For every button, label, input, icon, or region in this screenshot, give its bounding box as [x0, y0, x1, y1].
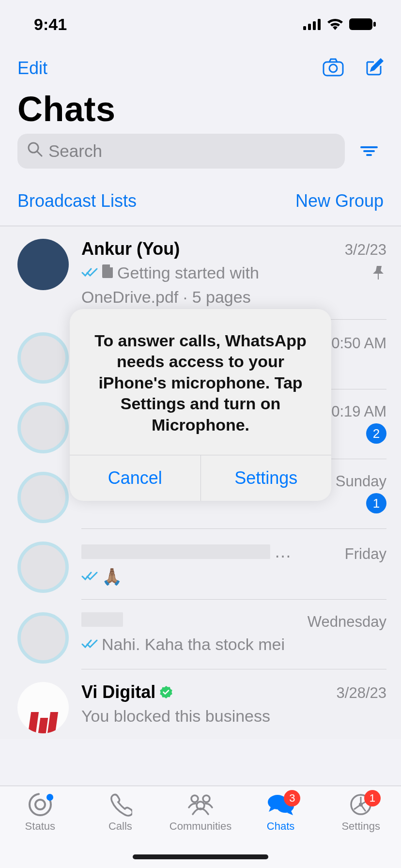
chat-preview: 🙏🏽	[81, 566, 122, 587]
svg-rect-1	[308, 24, 311, 30]
chat-name	[81, 612, 123, 627]
tab-bar: Status Calls Communities 3 Chats 1 Setti…	[0, 786, 401, 868]
chat-time: 3/2/23	[345, 241, 386, 259]
broadcast-lists-link[interactable]: Broadcast Lists	[17, 191, 137, 211]
chat-row[interactable]: Wednesday Nahi. Kaha tha stock mei	[0, 600, 401, 669]
settings-badge: 1	[364, 790, 381, 806]
chat-row[interactable]: Vi Digital 3/28/23 You blocked this busi…	[0, 669, 401, 739]
status-bar: 9:41	[0, 0, 401, 48]
search-icon	[27, 141, 43, 161]
tab-label: Calls	[108, 820, 132, 833]
status-time: 9:41	[34, 15, 67, 34]
compose-button[interactable]	[363, 57, 384, 79]
svg-rect-2	[313, 21, 316, 30]
chat-row[interactable]: … Friday 🙏🏽	[0, 529, 401, 599]
chat-name: Vi Digital	[81, 682, 173, 702]
status-unread-dot	[46, 794, 53, 801]
chat-time: Friday	[345, 545, 386, 563]
unread-badge: 1	[366, 493, 386, 513]
chat-time: 3/28/23	[337, 684, 386, 702]
alert-message: To answer calls, WhatsApp needs access t…	[70, 309, 331, 455]
battery-icon	[349, 18, 377, 31]
svg-point-7	[329, 64, 337, 72]
document-icon	[102, 262, 114, 283]
svg-line-25	[354, 805, 361, 809]
search-placeholder: Search	[48, 141, 102, 161]
chat-name: Ankur (You)	[81, 239, 180, 259]
chat-preview: You blocked this business	[81, 705, 270, 727]
tab-label: Communities	[170, 820, 231, 833]
camera-button[interactable]	[323, 58, 344, 78]
page-title: Chats	[0, 84, 401, 134]
avatar	[17, 682, 69, 733]
home-indicator	[133, 854, 268, 859]
chat-preview: Nahi. Kaha tha stock mei	[81, 634, 285, 655]
tab-settings[interactable]: 1 Settings	[321, 791, 401, 868]
chat-preview-line2: OneDrive.pdf · 5 pages	[81, 286, 386, 308]
phone-icon	[108, 791, 132, 818]
chats-badge: 3	[284, 790, 300, 806]
svg-rect-5	[373, 22, 376, 27]
svg-point-15	[191, 795, 198, 802]
svg-line-24	[361, 805, 366, 811]
pinned-icon	[372, 265, 386, 282]
tab-label: Settings	[341, 820, 380, 833]
nav-bar: Edit	[0, 48, 401, 84]
permission-alert: To answer calls, WhatsApp needs access t…	[70, 309, 331, 501]
tab-status[interactable]: Status	[0, 791, 80, 868]
read-receipt-icon	[81, 267, 99, 279]
chat-preview: Getting started with	[81, 262, 259, 283]
verified-icon	[159, 685, 173, 699]
chat-time: Sunday	[336, 473, 386, 490]
alert-cancel-button[interactable]: Cancel	[70, 455, 200, 501]
avatar	[17, 612, 69, 664]
chat-time: Wednesday	[308, 613, 386, 631]
svg-point-16	[203, 795, 210, 802]
chat-time: 10:50 AM	[323, 335, 386, 352]
search-input[interactable]: Search	[17, 134, 345, 169]
status-indicators	[303, 18, 377, 31]
avatar	[17, 542, 69, 593]
cellular-icon	[303, 18, 322, 30]
chat-row[interactable]: Ankur (You) 3/2/23 Getting started with	[0, 226, 401, 320]
alert-settings-button[interactable]: Settings	[200, 455, 332, 501]
edit-button[interactable]: Edit	[17, 58, 47, 78]
read-receipt-icon	[81, 571, 99, 582]
chat-name: …	[81, 542, 292, 562]
avatar	[17, 402, 69, 453]
tab-label: Status	[25, 820, 55, 833]
svg-rect-4	[349, 18, 372, 30]
svg-point-14	[35, 800, 45, 809]
communities-icon	[186, 791, 215, 818]
chat-time: 10:19 AM	[323, 403, 386, 420]
tab-label: Chats	[267, 820, 294, 833]
unread-badge: 2	[366, 423, 386, 444]
svg-rect-0	[303, 26, 306, 30]
avatar	[17, 239, 69, 290]
svg-line-9	[37, 152, 42, 156]
read-receipt-icon	[81, 638, 99, 650]
avatar	[17, 332, 69, 384]
avatar	[17, 472, 69, 523]
new-group-link[interactable]: New Group	[295, 191, 384, 211]
filter-button[interactable]	[355, 145, 384, 157]
wifi-icon	[326, 18, 344, 31]
svg-rect-3	[318, 19, 321, 30]
